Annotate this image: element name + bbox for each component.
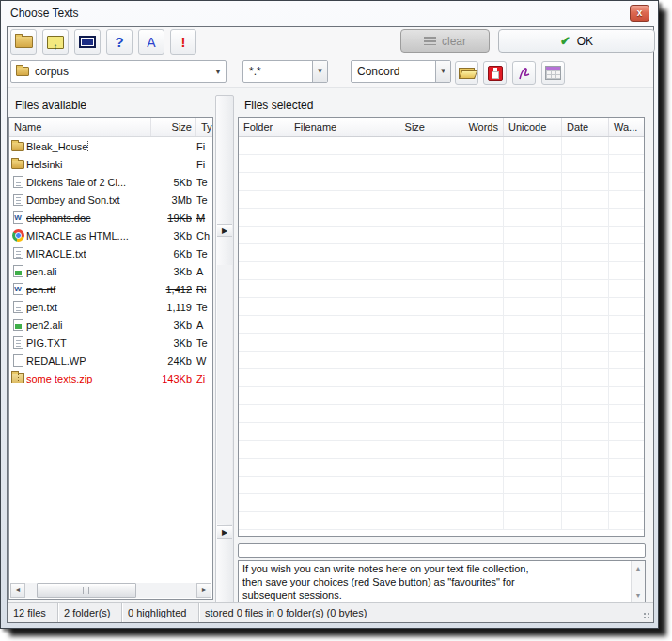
file-name: pen.txt (26, 302, 57, 313)
resize-grip[interactable] (640, 603, 653, 622)
empty-grid-cell (289, 405, 383, 422)
font-button[interactable]: A (138, 29, 164, 55)
scroll-right-icon[interactable]: ► (196, 583, 211, 598)
empty-grid-row (239, 209, 644, 227)
notes-box[interactable]: If you wish you can write notes here on … (238, 560, 646, 603)
file-type: Ch (196, 230, 212, 242)
warning-icon: ! (181, 34, 186, 50)
folder-up-button[interactable] (42, 29, 69, 55)
title-bar[interactable]: Choose Texts x (1, 1, 658, 26)
save-favourites-button[interactable] (483, 61, 507, 85)
file-row[interactable]: Bleak_HouseFi (9, 137, 212, 155)
ok-button[interactable]: ✔ OK (498, 29, 655, 53)
empty-grid-cell (383, 262, 430, 279)
splitter-grip[interactable] (217, 265, 232, 524)
empty-grid-cell (383, 352, 430, 368)
panel-splitter[interactable]: ▶ ▶ (215, 95, 234, 609)
column-header-filename[interactable]: Filename (289, 118, 383, 136)
file-row[interactable]: Dombey and Son.txt3MbTe (9, 191, 212, 209)
chevron-down-icon[interactable]: ▼ (435, 61, 450, 82)
file-row[interactable]: REDALL.WP24KbW (9, 352, 212, 369)
status-folder-count: 2 folder(s) (58, 603, 122, 622)
empty-grid-row (239, 369, 644, 387)
file-name: Dombey and Son.txt (26, 195, 120, 206)
file-row[interactable]: elephants.doc19KbM (9, 209, 212, 227)
move-right-top-icon[interactable]: ▶ (217, 224, 232, 237)
column-header-folder[interactable]: Folder (239, 118, 289, 136)
column-header-size[interactable]: Size (151, 118, 196, 136)
ok-button-label: OK (577, 35, 593, 48)
clear-button[interactable]: clear (400, 29, 490, 53)
choose-folder-button[interactable] (10, 29, 37, 55)
warning-button[interactable]: ! (170, 29, 196, 55)
close-button[interactable]: x (630, 5, 649, 22)
scroll-down-icon[interactable]: ▼ (632, 589, 645, 602)
file-size: 6Kb (151, 248, 196, 259)
file-type: W (196, 355, 212, 367)
file-size: 3Kb (151, 320, 196, 331)
empty-grid-cell (609, 423, 644, 440)
notes-scrollbar[interactable]: ▲ ▼ (631, 561, 645, 602)
column-header-wa[interactable]: Wa... (609, 118, 644, 136)
text-file-icon (13, 176, 23, 188)
file-type: Te (196, 302, 212, 313)
files-available-label: Files available (15, 99, 86, 112)
empty-grid-cell (383, 512, 430, 529)
column-header-unicode[interactable]: Unicode (504, 118, 562, 136)
open-favourites-button[interactable] (455, 61, 478, 85)
empty-grid-cell (430, 173, 504, 190)
view-button[interactable] (74, 29, 101, 55)
scroll-left-icon[interactable]: ◄ (10, 583, 25, 598)
file-row[interactable]: pen.txt1,119Te (9, 298, 212, 316)
empty-grid-row (239, 352, 644, 369)
spreadsheet-button[interactable] (541, 61, 565, 85)
empty-grid-cell (239, 405, 289, 422)
chevron-down-icon[interactable]: ▼ (211, 68, 226, 76)
column-header-type[interactable]: Ty (196, 118, 212, 136)
move-right-bottom-icon[interactable]: ▶ (217, 525, 232, 539)
empty-grid-cell (504, 441, 562, 458)
empty-grid-cell (609, 316, 644, 333)
file-row[interactable]: PIG.TXT3KbTe (9, 334, 212, 352)
tool-combo[interactable]: Concord ▼ (351, 60, 451, 83)
empty-grid-cell (239, 494, 289, 511)
hscroll-track[interactable] (25, 583, 196, 598)
file-row[interactable]: MIRACLE as HTML....3KbCh (9, 227, 212, 244)
file-row[interactable]: Dickens Tale of 2 Ci...5KbTe (9, 173, 212, 191)
column-header-words[interactable]: Words (430, 118, 504, 136)
column-header-date[interactable]: Date (562, 118, 609, 136)
empty-grid-cell (239, 387, 289, 404)
column-header-size[interactable]: Size (383, 118, 430, 136)
hscroll-thumb[interactable] (37, 583, 136, 598)
empty-grid-cell (289, 387, 383, 404)
folder-combo[interactable]: corpus ▼ (10, 60, 227, 83)
empty-grid-cell (383, 369, 430, 386)
file-row[interactable]: HelsinkiFi (9, 155, 212, 173)
files-available-hscrollbar[interactable]: ◄ ► (10, 583, 211, 598)
scroll-up-icon[interactable]: ▲ (632, 562, 645, 574)
file-row[interactable]: MIRACLE.txt6KbTe (9, 244, 212, 262)
help-icon: ? (115, 34, 123, 50)
empty-grid-cell (383, 244, 430, 261)
notes-text[interactable]: If you wish you can write notes here on … (242, 562, 628, 602)
empty-grid-cell (430, 334, 504, 351)
word-doc-icon (13, 211, 23, 224)
pdf-convert-button[interactable] (512, 61, 536, 85)
file-row[interactable]: pen.rtf1,412Ri (9, 280, 212, 298)
file-row[interactable]: pen.ali3KbA (9, 262, 212, 280)
empty-grid-cell (383, 334, 430, 351)
filespec-combo[interactable]: *.* ▼ (242, 60, 328, 83)
empty-grid-cell (562, 137, 609, 154)
help-button[interactable]: ? (106, 29, 133, 55)
filespec-combo-value: *.* (243, 65, 312, 78)
notes-title-input[interactable] (238, 543, 646, 558)
empty-grid-cell (383, 227, 430, 243)
chevron-down-icon[interactable]: ▼ (312, 61, 327, 82)
file-row[interactable]: some texts.zip143KbZi (9, 369, 212, 387)
file-row[interactable]: pen2.ali3KbA (9, 316, 212, 334)
empty-grid-cell (383, 477, 430, 493)
empty-grid-cell (562, 316, 609, 333)
empty-grid-cell (562, 155, 609, 172)
column-header-name[interactable]: Name (9, 118, 151, 136)
empty-grid-cell (239, 334, 289, 351)
